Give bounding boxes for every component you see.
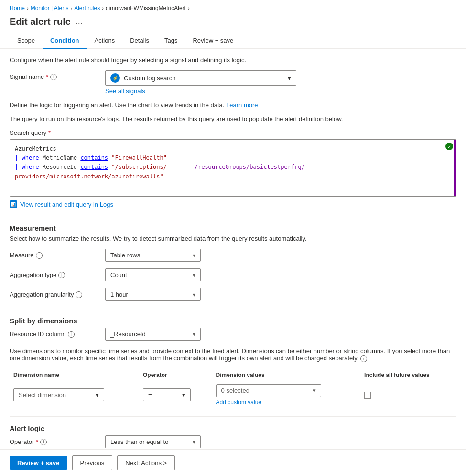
aggregation-type-info-icon[interactable]: i <box>58 272 65 278</box>
search-query-box[interactable]: AzureMetrics | where MetricName contains… <box>10 139 456 197</box>
operator-dropdown[interactable]: Less than or equal to ▾ <box>105 435 201 448</box>
aggregation-granularity-dropdown[interactable]: 1 hour ▾ <box>105 288 201 301</box>
search-query-section: Search query * AzureMetrics | where Metr… <box>10 129 456 208</box>
measurement-section: Measurement Select how to summarize the … <box>10 224 456 301</box>
query-valid-indicator: ✓ <box>445 143 453 150</box>
alert-logic-title: Alert logic <box>10 424 456 432</box>
dimension-values-select[interactable]: 0 selected ▾ <box>216 384 321 397</box>
learn-more-link[interactable]: Learn more <box>226 101 258 109</box>
include-future-header: Include all future values <box>360 369 456 381</box>
breadcrumb-alert-rules[interactable]: Alert rules <box>74 5 100 11</box>
see-all-signals-link[interactable]: See all signals <box>105 88 145 95</box>
query-desc: The query to run on this resource's logs… <box>10 115 456 122</box>
measure-dropdown[interactable]: Table rows ▾ <box>105 249 201 262</box>
dimension-select[interactable]: Select dimension ▾ <box>13 388 104 401</box>
signal-type-icon: ⚡ <box>110 73 120 83</box>
logs-icon: 📊 <box>10 200 17 208</box>
operator-chevron: ▾ <box>182 391 185 399</box>
values-chevron: ▾ <box>313 387 316 394</box>
page-title: Edit alert rule <box>10 16 71 27</box>
signal-name-label: Signal name * i <box>10 70 105 80</box>
include-future-checkbox-cell <box>364 392 453 399</box>
measure-info-icon[interactable]: i <box>36 252 43 259</box>
measure-label: Measure i <box>10 249 105 259</box>
operator-dropdown-chevron: ▾ <box>193 439 195 445</box>
alert-logic-section: Alert logic Operator * i Less than or eq… <box>10 424 456 448</box>
aggregation-granularity-info-icon[interactable]: i <box>76 291 82 298</box>
include-future-checkbox[interactable] <box>364 392 371 399</box>
aggregation-granularity-row: Aggregation granularity i 1 hour ▾ <box>10 288 456 301</box>
signal-dropdown-chevron: ▾ <box>288 75 291 82</box>
signal-name-dropdown[interactable]: ⚡ Custom log search ▾ <box>105 70 296 86</box>
tab-bar: Scope Condition Actions Details Tags Rev… <box>0 33 466 49</box>
query-line-2: | where MetricName contains "FirewallHea… <box>15 154 451 163</box>
breadcrumb-home[interactable]: Home <box>10 5 25 11</box>
measure-row: Measure i Table rows ▾ <box>10 249 456 262</box>
aggregation-type-label: Aggregation type i <box>10 268 105 278</box>
aggregation-granularity-chevron: ▾ <box>193 291 195 298</box>
dimensions-table: Dimension name Operator Dimension values… <box>10 369 456 409</box>
aggregation-granularity-control: 1 hour ▾ <box>105 288 456 301</box>
add-custom-value-link[interactable]: Add custom value <box>216 399 357 406</box>
more-options-button[interactable]: ... <box>76 17 83 27</box>
signal-name-value: Custom log search <box>124 75 284 82</box>
measurement-desc: Select how to summarize the results. We … <box>10 235 456 242</box>
operator-info-icon[interactable]: i <box>40 439 47 445</box>
resource-id-chevron: ▾ <box>193 331 195 338</box>
tab-actions[interactable]: Actions <box>87 33 123 49</box>
operator-label: Operator * i <box>10 435 105 445</box>
dim-values-header: Dimension values <box>212 369 360 381</box>
signal-name-info-icon[interactable]: i <box>50 74 57 80</box>
resource-id-column-label: Resource ID column i <box>10 328 105 338</box>
dimension-row: Select dimension ▾ = ▾ 0 selected <box>10 381 456 409</box>
breadcrumb-current: gimotwanFWMissingMetricAlert <box>106 5 186 11</box>
resource-id-column-control: _ResourceId ▾ <box>105 328 456 341</box>
search-query-label: Search query * <box>10 129 456 136</box>
aggregation-granularity-label: Aggregation granularity i <box>10 288 105 298</box>
aggregation-type-dropdown[interactable]: Count ▾ <box>105 268 201 281</box>
dim-name-header: Dimension name <box>10 369 139 381</box>
resource-id-column-row: Resource ID column i _ResourceId ▾ <box>10 328 456 341</box>
aggregation-type-chevron: ▾ <box>193 272 195 278</box>
signal-name-row: Signal name * i ⚡ Custom log search ▾ Se… <box>10 70 456 95</box>
breadcrumb: Home › Monitor | Alerts › Alert rules › … <box>0 0 466 14</box>
operator-row: Operator * i Less than or equal to ▾ <box>10 435 456 448</box>
measurement-title: Measurement <box>10 224 456 232</box>
aggregation-type-control: Count ▾ <box>105 268 456 281</box>
define-logic-desc: Define the logic for triggering an alert… <box>10 101 456 109</box>
operator-control: Less than or equal to ▾ <box>105 435 456 448</box>
main-content: Configure when the alert rule should tri… <box>0 49 466 448</box>
split-dimensions-title: Split by dimensions <box>10 317 456 325</box>
tab-review-save[interactable]: Review + save <box>185 33 241 49</box>
view-logs-link[interactable]: 📊 View result and edit query in Logs <box>10 200 456 208</box>
aggregation-type-row: Aggregation type i Count ▾ <box>10 268 456 281</box>
query-line-1: AzureMetrics <box>15 144 451 154</box>
tab-scope[interactable]: Scope <box>10 33 43 49</box>
query-line-3: | where ResourceId contains "/subscripti… <box>15 163 451 172</box>
breadcrumb-monitor[interactable]: Monitor | Alerts <box>31 5 69 11</box>
measure-control: Table rows ▾ <box>105 249 456 262</box>
signal-name-control: ⚡ Custom log search ▾ See all signals <box>105 70 456 95</box>
resource-id-column-dropdown[interactable]: _ResourceId ▾ <box>105 328 201 341</box>
dimension-select-chevron: ▾ <box>96 391 99 399</box>
tab-details[interactable]: Details <box>122 33 157 49</box>
resource-id-info-icon[interactable]: i <box>68 331 75 338</box>
operator-header: Operator <box>139 369 212 381</box>
condition-description: Configure when the alert rule should tri… <box>10 56 456 64</box>
query-purple-bar <box>454 140 456 196</box>
tab-condition[interactable]: Condition <box>43 33 87 49</box>
split-by-dimensions-section: Split by dimensions Resource ID column i… <box>10 317 456 409</box>
operator-select[interactable]: = ▾ <box>143 388 191 401</box>
measure-chevron: ▾ <box>193 252 195 259</box>
query-line-4: providers/microsoft.network/azurefirewal… <box>15 172 451 181</box>
tab-tags[interactable]: Tags <box>157 33 185 49</box>
split-dimensions-info-icon[interactable]: i <box>360 355 367 362</box>
page-header: Edit alert rule ... <box>0 14 466 33</box>
split-dimensions-desc: Use dimensions to monitor specific time … <box>10 347 456 362</box>
